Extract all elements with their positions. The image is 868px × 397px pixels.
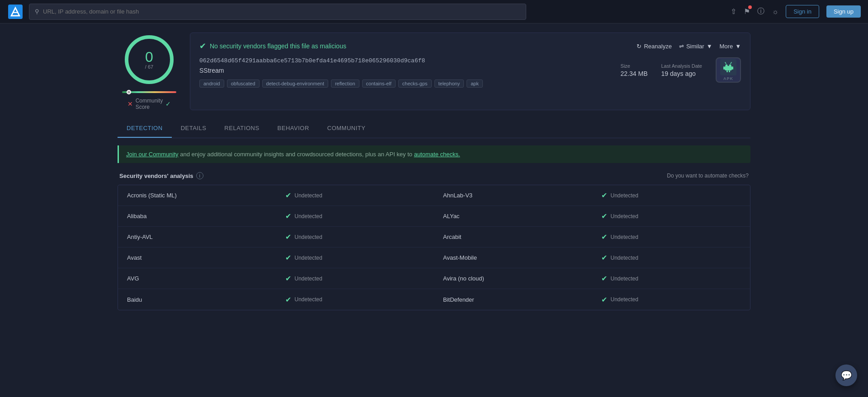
section-title-text: Security vendors' analysis: [119, 173, 193, 179]
check-icon: ✔: [601, 233, 607, 241]
main-content: 0 / 67 ✕ CommunityScore ✓ ✔ No security …: [104, 23, 764, 319]
search-icon: ⚲: [35, 8, 39, 15]
last-analysis-label: Last Analysis Date: [661, 63, 703, 69]
info-top-bar: ✔ No security vendors flagged this file …: [199, 41, 741, 51]
signup-button[interactable]: Sign up: [826, 5, 861, 18]
community-score: ✕ CommunityScore ✓: [127, 98, 171, 110]
automate-link[interactable]: Do you want to automate checks?: [667, 173, 749, 179]
vendor-name-left: Antiy-AVL: [118, 229, 276, 245]
status-text: Undetected: [611, 276, 638, 282]
automate-checks-link[interactable]: automate checks.: [414, 151, 460, 158]
cs-x-icon: ✕: [127, 100, 133, 107]
join-community-link[interactable]: Join our Community: [126, 151, 179, 158]
tabs: DETECTIONDETAILSRELATIONSBEHAVIORCOMMUNI…: [118, 119, 750, 138]
status-text: Undetected: [611, 255, 638, 261]
vendor-name-left: Avast: [118, 250, 276, 266]
vendor-status-right: ✔Undetected: [592, 249, 750, 266]
svg-rect-8: [725, 66, 732, 70]
section-header: Security vendors' analysis i Do you want…: [118, 172, 750, 179]
svg-rect-12: [729, 70, 730, 72]
score-panel: 0 / 67 ✕ CommunityScore ✓: [118, 33, 181, 110]
similar-icon: ⇌: [679, 43, 684, 50]
status-text: Undetected: [295, 213, 322, 220]
vendor-status-right: ✔Undetected: [592, 291, 750, 308]
score-indicator: [127, 90, 131, 94]
vendor-status-right: ✔Undetected: [592, 207, 750, 225]
status-text: Undetected: [611, 296, 638, 303]
vendor-status-left: ✔Undetected: [276, 270, 434, 287]
status-text: Undetected: [611, 234, 638, 240]
top-section: 0 / 67 ✕ CommunityScore ✓ ✔ No security …: [118, 33, 750, 110]
vendor-status-left: ✔Undetected: [276, 207, 434, 225]
score-denom: / 67: [145, 64, 153, 70]
tab-community[interactable]: COMMUNITY: [318, 119, 375, 138]
tab-detection[interactable]: DETECTION: [118, 119, 172, 138]
status-text: Undetected: [295, 234, 322, 240]
theme-icon[interactable]: ☼: [772, 8, 778, 16]
check-icon: ✔: [601, 253, 607, 262]
table-row: Baidu✔UndetectedBitDefender✔Undetected: [118, 289, 750, 310]
search-bar[interactable]: ⚲: [29, 4, 526, 20]
similar-button[interactable]: ⇌ Similar ▼: [679, 43, 712, 50]
file-tag[interactable]: telephony: [434, 79, 464, 88]
header-actions: ⇧ ⚑ ⓘ ☼ Sign in Sign up: [731, 5, 861, 18]
check-icon: ✔: [285, 212, 291, 220]
file-tag[interactable]: android: [199, 79, 224, 88]
vendor-name-left: AVG: [118, 271, 276, 286]
section-info-icon[interactable]: i: [196, 172, 203, 179]
file-hash[interactable]: 062d6548d65f4291aabba6ce5713b7b0efda41e4…: [199, 57, 603, 64]
info-actions: ↻ Reanalyze ⇌ Similar ▼ More ▼: [637, 43, 741, 50]
logo[interactable]: [7, 4, 24, 20]
file-tag[interactable]: checks-gps: [398, 79, 432, 88]
reanalyze-icon: ↻: [637, 43, 642, 50]
file-type-icon: APK: [716, 57, 741, 83]
search-input[interactable]: [43, 8, 520, 15]
more-chevron-icon: ▼: [735, 43, 741, 50]
no-malicious-status: ✔ No security vendors flagged this file …: [199, 41, 346, 51]
table-row: AVG✔UndetectedAvira (no cloud)✔Undetecte…: [118, 268, 750, 289]
file-tag[interactable]: reflection: [331, 79, 359, 88]
check-icon: ✔: [601, 212, 607, 220]
vendor-status-right: ✔Undetected: [592, 228, 750, 246]
section-title: Security vendors' analysis i: [119, 172, 203, 179]
file-tag[interactable]: obfuscated: [227, 79, 259, 88]
svg-rect-9: [723, 66, 725, 70]
file-tag[interactable]: apk: [467, 79, 483, 88]
table-row: Avast✔UndetectedAvast-Mobile✔Undetected: [118, 248, 750, 268]
more-button[interactable]: More ▼: [720, 43, 741, 50]
banner-message: and enjoy additional community insights …: [180, 151, 414, 158]
vendors-table: Acronis (Static ML)✔UndetectedAhnLab-V3✔…: [118, 185, 750, 310]
size-meta: Size 22.34 MB: [621, 63, 648, 77]
check-icon: ✔: [285, 274, 291, 283]
tab-relations[interactable]: RELATIONS: [215, 119, 268, 138]
status-message: No security vendors flagged this file as…: [210, 42, 346, 50]
score-display: 0 / 67: [145, 50, 153, 70]
file-tag[interactable]: contains-elf: [362, 79, 396, 88]
vendor-name-right: BitDefender: [434, 292, 592, 308]
vendor-status-left: ✔Undetected: [276, 187, 434, 204]
file-name: SStream: [199, 67, 603, 74]
analysis-date-meta: Last Analysis Date 19 days ago: [661, 63, 703, 77]
community-banner: Join our Community and enjoy additional …: [118, 145, 750, 163]
status-text: Undetected: [295, 276, 322, 282]
vendor-status-right: ✔Undetected: [592, 270, 750, 287]
tab-behavior[interactable]: BEHAVIOR: [269, 119, 318, 138]
signin-button[interactable]: Sign in: [786, 5, 819, 18]
chat-button[interactable]: 💬: [835, 364, 857, 386]
info-meta: Size 22.34 MB Last Analysis Date 19 days…: [621, 57, 741, 83]
score-bar: [122, 91, 176, 93]
svg-rect-11: [726, 70, 728, 72]
check-icon: ✔: [285, 191, 291, 200]
flag-icon[interactable]: ⚑: [744, 7, 750, 16]
vendor-name-right: AhnLab-V3: [434, 187, 592, 203]
vendor-status-right: ✔Undetected: [592, 187, 750, 204]
header: ⚲ ⇧ ⚑ ⓘ ☼ Sign in Sign up: [0, 0, 868, 23]
help-icon[interactable]: ⓘ: [757, 7, 764, 16]
upload-icon[interactable]: ⇧: [731, 7, 736, 16]
file-tags: androidobfuscateddetect-debug-environmen…: [199, 79, 603, 88]
file-tag[interactable]: detect-debug-environment: [262, 79, 328, 88]
similar-chevron-icon: ▼: [707, 43, 712, 50]
status-text: Undetected: [295, 296, 322, 303]
tab-details[interactable]: DETAILS: [172, 119, 216, 138]
reanalyze-button[interactable]: ↻ Reanalyze: [637, 43, 671, 50]
